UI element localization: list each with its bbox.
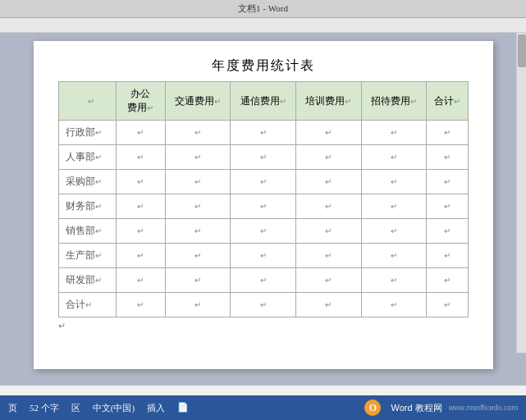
cell: ↵ (165, 219, 231, 244)
cell: ↵ (231, 244, 296, 268)
status-bar: 页 52 个字 区 中文(中国) 插入 📄 O Word 教程网 www.mso… (0, 395, 526, 420)
cell: ↵ (231, 219, 296, 244)
page-indicator: 页 (8, 402, 17, 414)
status-right: O Word 教程网 www.msofficedo.com (364, 399, 518, 416)
title-bar-text: 文档1 - Word (238, 2, 288, 15)
cell: ↵ (295, 219, 361, 244)
dept-label: 生产部↵ (58, 244, 116, 268)
expense-table: ↵ 办公费用↵ 交通费用↵ 通信费用↵ 培训费用↵ 招待费用↵ 合计↵ 行政部↵… (58, 81, 469, 317)
cell: ↵ (231, 145, 296, 170)
table-row: 采购部↵ ↵ ↵ ↵ ↵ ↵ ↵ (58, 170, 468, 194)
cell: ↵ (361, 121, 427, 145)
cell: ↵ (116, 194, 165, 219)
dept-label: 财务部↵ (58, 194, 116, 219)
header-entertainment: 招待费用↵ (361, 82, 427, 121)
insert-mode: 插入 (147, 402, 165, 414)
layout-icon: 📄 (177, 402, 189, 414)
cell: ↵ (295, 170, 361, 194)
dept-label: 人事部↵ (58, 145, 116, 170)
cell: ↵ (361, 219, 427, 244)
cell: ↵ (361, 170, 427, 194)
table-row-total: 合计↵ ↵ ↵ ↵ ↵ ↵ ↵ (58, 293, 468, 317)
cell: ↵ (116, 244, 165, 268)
cell: ↵ (231, 170, 296, 194)
dept-label: 采购部↵ (58, 170, 116, 194)
char-count: 52 个字 (30, 402, 59, 414)
dept-label: 销售部↵ (58, 219, 116, 244)
header-training: 培训费用↵ (295, 82, 361, 121)
table-header-row: ↵ 办公费用↵ 交通费用↵ 通信费用↵ 培训费用↵ 招待费用↵ 合计↵ (58, 82, 468, 121)
dept-label-total: 合计↵ (58, 293, 116, 317)
cell: ↵ (427, 268, 468, 293)
cell: ↵ (295, 194, 361, 219)
table-row: 人事部↵ ↵ ↵ ↵ ↵ ↵ ↵ (58, 145, 468, 170)
cell: ↵ (116, 293, 165, 317)
office-logo: O (364, 399, 381, 416)
cell: ↵ (231, 268, 296, 293)
cell: ↵ (295, 145, 361, 170)
cell: ↵ (295, 121, 361, 145)
document-area: 年度费用统计表 ↵ 办公费用↵ 交通费用↵ 通信费用↵ 培训费用↵ 招待费用↵ … (0, 33, 526, 386)
ribbon[interactable] (0, 18, 526, 33)
cell: ↵ (165, 145, 231, 170)
cell: ↵ (116, 145, 165, 170)
cell: ↵ (116, 268, 165, 293)
table-row: 生产部↵ ↵ ↵ ↵ ↵ ↵ ↵ (58, 244, 468, 268)
cell: ↵ (361, 145, 427, 170)
ret-symbol: ↵ (88, 97, 94, 106)
cell: ↵ (231, 194, 296, 219)
cell: ↵ (427, 121, 468, 145)
cell: ↵ (116, 170, 165, 194)
status-left: 页 52 个字 区 中文(中国) 插入 📄 (8, 402, 352, 414)
cell: ↵ (165, 268, 231, 293)
cell: ↵ (361, 268, 427, 293)
cell: ↵ (116, 219, 165, 244)
table-row: 销售部↵ ↵ ↵ ↵ ↵ ↵ ↵ (58, 219, 468, 244)
header-dept: ↵ (58, 82, 116, 121)
table-title: 年度费用统计表 (58, 57, 469, 75)
language-indicator: 中文(中国) (93, 402, 135, 414)
dept-label: 行政部↵ (58, 121, 116, 145)
header-transport: 交通费用↵ (165, 82, 231, 121)
scroll-thumb[interactable] (518, 34, 526, 67)
title-bar: 文档1 - Word (0, 0, 526, 18)
cell: ↵ (427, 244, 468, 268)
watermark-text: www.msofficedo.com (449, 404, 518, 412)
cell: ↵ (165, 293, 231, 317)
cell: ↵ (361, 244, 427, 268)
cell: ↵ (427, 170, 468, 194)
header-office: 办公费用↵ (116, 82, 165, 121)
brand-text: Word 教程网 (391, 402, 441, 414)
dept-label: 研发部↵ (58, 268, 116, 293)
cell: ↵ (231, 293, 296, 317)
cell: ↵ (165, 170, 231, 194)
cell: ↵ (165, 194, 231, 219)
page: 年度费用统计表 ↵ 办公费用↵ 交通费用↵ 通信费用↵ 培训费用↵ 招待费用↵ … (34, 41, 493, 369)
cell: ↵ (427, 145, 468, 170)
cell: ↵ (295, 293, 361, 317)
cell: ↵ (165, 244, 231, 268)
table-row: 行政部↵ ↵ ↵ ↵ ↵ ↵ ↵ (58, 121, 468, 145)
header-total: 合计↵ (427, 82, 468, 121)
header-comm: 通信费用↵ (231, 82, 296, 121)
region-indicator: 区 (71, 402, 80, 414)
scrollbar[interactable] (516, 33, 526, 353)
cell: ↵ (295, 244, 361, 268)
cell: ↵ (116, 121, 165, 145)
cell: ↵ (231, 121, 296, 145)
cell: ↵ (427, 293, 468, 317)
cell: ↵ (361, 194, 427, 219)
page-end-symbol: ↵ (58, 321, 469, 331)
cell: ↵ (295, 268, 361, 293)
table-row: 研发部↵ ↵ ↵ ↵ ↵ ↵ ↵ (58, 268, 468, 293)
cell: ↵ (427, 219, 468, 244)
cell: ↵ (165, 121, 231, 145)
cell: ↵ (361, 293, 427, 317)
table-row: 财务部↵ ↵ ↵ ↵ ↵ ↵ ↵ (58, 194, 468, 219)
cell: ↵ (427, 194, 468, 219)
